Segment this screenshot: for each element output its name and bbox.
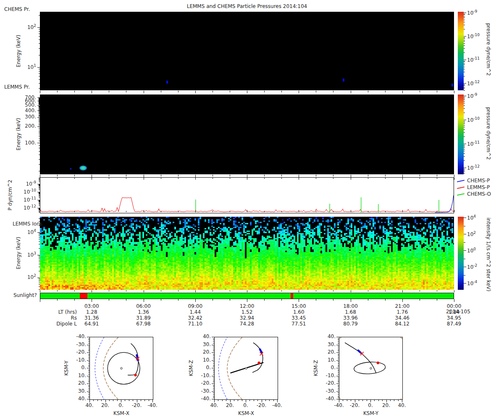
axis-tick xyxy=(464,69,465,69)
axis-tick xyxy=(351,175,351,177)
axis-tick xyxy=(316,211,316,212)
axis-tick xyxy=(39,257,40,257)
axis-tick xyxy=(402,299,403,302)
axis-tick xyxy=(88,346,89,346)
axis-tick-label: 100. xyxy=(18,140,36,146)
orbit-plot-svg xyxy=(90,337,153,399)
axis-tick xyxy=(247,290,247,292)
legend-label-chems-o: CHEMS-O xyxy=(467,192,491,197)
axis-tick xyxy=(37,143,40,143)
axis-tick xyxy=(273,400,274,401)
axis-tick xyxy=(93,400,94,401)
axis-tick xyxy=(39,188,40,189)
axis-tick xyxy=(464,170,465,171)
axis-tick xyxy=(338,340,339,340)
axis-tick xyxy=(39,185,40,186)
axis-tick xyxy=(212,368,214,368)
axis-tick xyxy=(39,260,40,260)
axis-tick xyxy=(464,283,466,284)
axis-tick xyxy=(464,63,465,64)
axis-tick xyxy=(464,98,465,99)
axis-tick xyxy=(336,352,339,353)
orbit-y-tick-label: 10. xyxy=(192,357,211,363)
rs-value: 31.36 xyxy=(79,315,104,321)
axis-tick xyxy=(316,178,316,179)
orbit-y-tick-label: -40. xyxy=(68,334,86,339)
axis-tick xyxy=(39,202,40,202)
axis-tick xyxy=(351,290,351,292)
axis-tick xyxy=(454,91,454,93)
axis-tick xyxy=(39,281,40,281)
colorbar-intensity xyxy=(458,217,464,290)
axis-tick xyxy=(420,299,420,301)
axis-tick xyxy=(213,346,214,346)
axis-tick xyxy=(464,36,466,37)
axis-tick xyxy=(213,354,214,354)
orbit-y-tick-label: -40. xyxy=(317,396,336,402)
axis-tick xyxy=(213,357,214,357)
axis-tick xyxy=(40,210,40,212)
axis-tick xyxy=(88,359,89,359)
legend-label-lemms-p: LEMMS-P xyxy=(467,185,490,190)
axis-tick xyxy=(437,178,437,179)
axis-tick xyxy=(464,61,465,61)
axis-tick xyxy=(213,355,214,356)
axis-tick xyxy=(464,67,465,67)
axis-tick xyxy=(40,175,40,177)
axis-tick xyxy=(464,108,465,109)
axis-tick xyxy=(88,377,89,378)
orbit-plot-xy xyxy=(89,337,153,400)
axis-tick xyxy=(109,175,109,176)
axis-tick xyxy=(338,348,339,348)
plot-page: LEMMS and CHEMS Particle Pressures 2014:… xyxy=(0,0,504,420)
axis-tick xyxy=(338,346,339,346)
axis-tick xyxy=(213,379,214,379)
axis-tick xyxy=(37,184,40,184)
axis-tick xyxy=(92,175,92,177)
axis-tick xyxy=(338,366,339,367)
axis-tick xyxy=(368,178,368,179)
axis-tick xyxy=(39,98,40,99)
axis-tick xyxy=(351,299,351,302)
axis-tick xyxy=(195,290,196,292)
axis-tick xyxy=(109,290,109,291)
axis-tick xyxy=(57,175,58,176)
axis-tick xyxy=(454,178,454,180)
axis-tick-label: 300. xyxy=(18,114,36,120)
axis-tick-label: 10-11 xyxy=(16,196,36,203)
axis-tick xyxy=(338,390,339,390)
legend-swatch-chems-p xyxy=(457,180,465,182)
axis-tick xyxy=(40,178,40,180)
axis-tick xyxy=(213,343,214,344)
pressure-lines-svg xyxy=(40,178,454,213)
axis-tick xyxy=(39,114,40,115)
axis-tick xyxy=(161,299,161,301)
axis-tick xyxy=(39,133,40,134)
axis-tick xyxy=(39,115,40,116)
axis-tick xyxy=(88,354,89,354)
axis-tick xyxy=(39,109,40,109)
axis-tick xyxy=(88,394,89,395)
axis-tick xyxy=(338,341,339,342)
rs-value: 34.46 xyxy=(390,315,415,321)
axis-tick xyxy=(39,126,40,126)
orbit-x-tick-label: 40. xyxy=(393,403,411,408)
axis-tick xyxy=(87,360,89,361)
axis-tick xyxy=(213,365,214,365)
axis-tick xyxy=(195,175,196,177)
axis-tick xyxy=(299,175,299,177)
axis-tick xyxy=(178,290,178,291)
axis-tick xyxy=(39,113,40,114)
axis-tick xyxy=(316,299,316,301)
colorbar-label-pressure-1: pressure dyne/cm^2 xyxy=(486,23,491,76)
axis-tick xyxy=(213,373,214,373)
axis-tick-label: 102 xyxy=(18,24,36,30)
axis-tick xyxy=(92,290,92,292)
axis-tick xyxy=(213,385,214,386)
axis-tick xyxy=(87,383,89,384)
axis-tick-label: 10-9 xyxy=(467,92,486,99)
axis-tick xyxy=(338,354,339,354)
axis-tick xyxy=(39,205,40,206)
orbit-x-tick-label: -40. xyxy=(143,403,162,408)
axis-tick xyxy=(109,211,109,212)
